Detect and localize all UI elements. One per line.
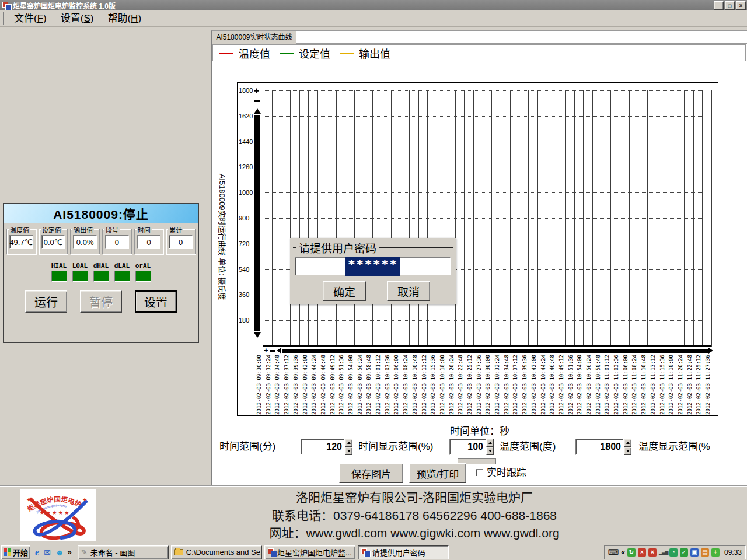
x-tick-label: 2012-02-03 11:25:12 [696, 352, 701, 415]
y-scroll-down-icon[interactable] [254, 332, 261, 338]
field-label: 温度值 [9, 225, 30, 235]
spinner-down-icon[interactable] [486, 447, 494, 455]
spinner-value[interactable]: 1800 [575, 439, 624, 455]
indicator-label: LOAL [72, 262, 88, 270]
alarm-indicator-oral: orAL [135, 262, 151, 282]
close-button[interactable]: × [736, 1, 746, 10]
menu-item-h[interactable]: 帮助(H) [100, 10, 148, 27]
spinner-down-icon[interactable] [624, 447, 631, 455]
task-button-0[interactable]: ✎未命名 - 画图 [78, 545, 169, 559]
windows-flag-icon [4, 548, 11, 556]
x-zoom-out-icon[interactable] [270, 350, 275, 352]
chart-legend: 温度值设定值输出值 [212, 44, 746, 61]
task-button-1[interactable]: C:\Documents and Se... [171, 545, 262, 559]
legend-label-0: 温度值 [239, 46, 270, 61]
x-tick-label: 2012-02-03 09:37:12 [284, 352, 289, 415]
spinner-up-icon[interactable] [624, 439, 631, 447]
x-tick-label: 2012-02-03 09:44:24 [311, 352, 317, 415]
spinner-up-icon[interactable] [486, 439, 494, 447]
tray-clock: 09:33 [724, 548, 742, 556]
settings-button[interactable]: 设置 [135, 290, 177, 313]
field-group-1: 设定值0.0℃ [39, 229, 68, 254]
ie-icon[interactable]: e [35, 547, 39, 558]
task-app-icon [361, 548, 369, 556]
alarm-indicator-loal: LOAL [72, 262, 88, 282]
y-axis-title: AI5180009实时运行曲线 单位: 摄氏度 [217, 123, 228, 351]
legend-label-1: 设定值 [299, 46, 330, 61]
password-input[interactable]: ****** [295, 257, 451, 275]
x-tick-label: 2012-02-03 10:22:48 [458, 352, 463, 415]
run-button[interactable]: 运行 [25, 290, 67, 313]
quicklaunch-chevron-icon[interactable]: » [68, 548, 72, 556]
x-scroll-right-icon[interactable] [708, 348, 713, 354]
task-button-3[interactable]: 请提供用户密码 [358, 545, 449, 559]
antivirus-icon[interactable]: + [711, 548, 720, 556]
outlook-icon[interactable]: ✉ [44, 548, 51, 557]
cancel-button[interactable]: 取消 [387, 281, 430, 301]
task-button-2[interactable]: 炬星窑炉国炬电炉监... [264, 545, 355, 559]
realtime-track-checkbox[interactable] [476, 469, 483, 477]
signal-icon[interactable]: ▁▃▅ [659, 548, 667, 556]
language-icon[interactable]: ◔ [669, 548, 678, 556]
x-tick-label: 2012-02-03 10:42:00 [531, 352, 537, 415]
x-tick-label: 2012-02-03 10:34:48 [504, 352, 509, 415]
x-scrollbar-thumb[interactable] [282, 349, 708, 353]
keyboard-icon[interactable]: ⌨ [608, 548, 619, 556]
ok-button[interactable]: 确定 [323, 281, 366, 301]
save-image-button[interactable]: 保存图片 [339, 463, 403, 483]
spinner-down-icon[interactable] [345, 447, 352, 455]
restore-button[interactable]: ❐ [725, 1, 735, 10]
y-zoom-in-icon[interactable]: + [254, 88, 259, 94]
spinner-arrows [624, 439, 631, 455]
update-icon[interactable]: ↻ [627, 548, 636, 556]
msn-icon[interactable]: ☻ [55, 548, 64, 557]
password-dialog-header: 请提供用户密码 [293, 240, 453, 256]
x-tick-label: 2012-02-03 11:13:12 [650, 352, 656, 415]
shield-icon[interactable]: ✓ [680, 548, 688, 556]
menu-item-s[interactable]: 设置(S) [54, 10, 101, 27]
task-buttons: ✎未命名 - 画图C:\Documents and Se...炬星窑炉国炬电炉监… [78, 545, 604, 559]
x-tick-label: 2012-02-03 10:49:12 [558, 352, 564, 415]
range-spinner-1: 100 [449, 439, 494, 455]
spinner-value[interactable]: 100 [449, 439, 486, 455]
indicator-label: dLAL [114, 262, 130, 270]
x-tick-label: 2012-02-03 09:46:48 [320, 352, 326, 415]
field-group-3: 段号0 [102, 229, 132, 254]
collapse-chevron-icon[interactable]: « [621, 548, 625, 556]
x-axis-zoom-scrollbar[interactable]: + [264, 348, 713, 354]
x-tick-label: 2012-02-03 10:13:12 [421, 352, 427, 415]
minimize-button[interactable]: _ [714, 1, 724, 10]
gridline-h [263, 142, 704, 142]
y-scrollbar-thumb[interactable] [254, 116, 260, 331]
field-label: 段号 [104, 225, 120, 235]
x-zoom-in-icon[interactable]: + [264, 348, 268, 354]
website-urls: 网址：www.gwdl.com www.gigwki.com www.gwdl.… [198, 524, 630, 542]
tab-realtime-curve[interactable]: AI5180009实时状态曲线 [212, 31, 296, 44]
application-window: 炬星窑炉国炬电炉监控系统 1.0版 _ ❐ × 文件(F)设置(S)帮助(H) … [0, 0, 747, 560]
password-masked-text: ****** [345, 257, 400, 276]
y-scroll-up-icon[interactable] [254, 108, 261, 114]
network-offline2-icon[interactable]: × [648, 548, 657, 556]
gridline-h [263, 167, 704, 167]
scheduler-icon[interactable]: ▣ [690, 548, 699, 556]
indicator-lamp [135, 271, 151, 282]
preview-print-button[interactable]: 预览/打印 [409, 463, 466, 483]
network-offline-icon[interactable]: × [638, 548, 646, 556]
x-tick-label: 2012-02-03 10:39:36 [522, 352, 528, 415]
x-scroll-left-icon[interactable] [277, 348, 281, 354]
spinner-up-icon[interactable] [345, 439, 352, 447]
status-fields-row: 温度值49.7℃设定值0.0℃输出值0.0%段号0时间0累计0 [4, 223, 198, 254]
x-tick-label: 2012-02-03 10:15:36 [430, 352, 436, 415]
y-zoom-out-icon[interactable] [254, 100, 260, 102]
menu-item-f[interactable]: 文件(F) [7, 10, 54, 27]
y-axis-zoom-scrollbar[interactable]: + [253, 88, 262, 344]
storage-icon[interactable]: ▤ [701, 548, 709, 556]
footer-text: 洛阳炬星窑炉有限公司-洛阳国炬实验电炉厂 联系电话：0379-64186178 … [198, 488, 630, 542]
indicator-lamp [51, 271, 67, 282]
spinner-value[interactable]: 120 [301, 439, 345, 455]
title-bar[interactable]: 炬星窑炉国炬电炉监控系统 1.0版 _ ❐ × [0, 0, 747, 10]
menu-grip-handle[interactable] [2, 12, 4, 25]
x-tick-label: 2012-02-03 09:32:24 [266, 352, 271, 415]
taskbar: 开始 e✉☻ » ✎未命名 - 画图C:\Documents and Se...… [0, 544, 747, 560]
start-button[interactable]: 开始 [1, 545, 30, 559]
